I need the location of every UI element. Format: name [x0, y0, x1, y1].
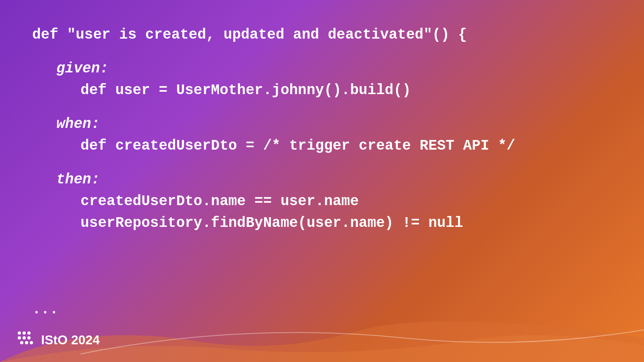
svg-point-3: [23, 336, 26, 339]
then-keyword: then:: [56, 171, 100, 188]
svg-point-6: [20, 341, 23, 344]
wave-decoration: [0, 290, 644, 362]
logo-text: IStO 2024: [41, 333, 100, 348]
when-keyword: when:: [56, 116, 100, 132]
svg-point-7: [25, 341, 28, 344]
code-line-when: when:: [32, 113, 612, 135]
code-line-7: createdUserDto.name == user.name: [32, 191, 612, 212]
code-line-given: given:: [32, 58, 612, 80]
svg-point-1: [23, 331, 26, 335]
svg-point-2: [18, 336, 21, 339]
code-line-1: def "user is created, updated and deacti…: [32, 24, 612, 46]
logo-area: IStO 2024: [16, 330, 100, 350]
code-block: def "user is created, updated and deacti…: [32, 24, 612, 234]
svg-point-8: [30, 341, 33, 344]
svg-point-4: [27, 331, 31, 335]
code-line-5: def createdUserDto = /* trigger create R…: [32, 135, 612, 157]
code-line-8: userRepository.findByName(user.name) != …: [32, 212, 612, 234]
code-line-3: def user = UserMother.johnny().build(): [32, 80, 612, 101]
svg-point-0: [18, 331, 21, 335]
code-line-then: then:: [32, 169, 612, 191]
slide-background: def "user is created, updated and deacti…: [0, 0, 644, 362]
svg-point-5: [27, 336, 31, 339]
given-keyword: given:: [56, 60, 109, 77]
ista-logo-icon: [16, 330, 36, 350]
